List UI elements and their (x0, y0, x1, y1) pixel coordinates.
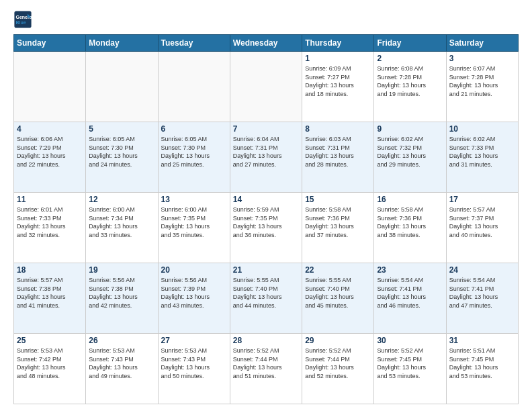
day-info: Sunrise: 5:58 AM Sunset: 7:36 PM Dayligh… (377, 205, 443, 239)
day-info: Sunrise: 6:00 AM Sunset: 7:34 PM Dayligh… (89, 205, 154, 239)
day-number: 7 (233, 124, 299, 134)
logo-icon: General Blue (13, 10, 32, 29)
day-info: Sunrise: 5:53 AM Sunset: 7:43 PM Dayligh… (89, 347, 154, 380)
day-info: Sunrise: 5:57 AM Sunset: 7:38 PM Dayligh… (17, 276, 83, 310)
calendar-cell (86, 52, 158, 122)
day-number: 26 (89, 336, 154, 345)
day-number: 19 (89, 265, 154, 275)
calendar-cell: 19Sunrise: 5:56 AM Sunset: 7:38 PM Dayli… (86, 263, 158, 334)
day-info: Sunrise: 6:02 AM Sunset: 7:33 PM Dayligh… (449, 135, 515, 169)
day-number: 4 (17, 124, 83, 134)
calendar-cell: 31Sunrise: 5:51 AM Sunset: 7:45 PM Dayli… (446, 334, 518, 404)
day-info: Sunrise: 5:57 AM Sunset: 7:37 PM Dayligh… (449, 205, 515, 239)
calendar-cell: 23Sunrise: 5:54 AM Sunset: 7:41 PM Dayli… (374, 263, 446, 334)
day-number: 10 (449, 124, 515, 134)
calendar-cell: 20Sunrise: 5:56 AM Sunset: 7:39 PM Dayli… (158, 263, 230, 334)
day-info: Sunrise: 5:56 AM Sunset: 7:39 PM Dayligh… (161, 276, 227, 310)
logo: General Blue (13, 10, 35, 29)
day-number: 13 (161, 195, 227, 204)
calendar-cell: 16Sunrise: 5:58 AM Sunset: 7:36 PM Dayli… (374, 193, 446, 263)
calendar-cell: 18Sunrise: 5:57 AM Sunset: 7:38 PM Dayli… (14, 263, 86, 334)
calendar-cell: 17Sunrise: 5:57 AM Sunset: 7:37 PM Dayli… (446, 193, 518, 263)
day-number: 24 (449, 265, 515, 275)
weekday-header-friday: Friday (374, 35, 446, 52)
day-number: 23 (377, 265, 443, 275)
page: General Blue SundayMondayTuesdayWednesda… (0, 0, 532, 411)
day-number: 21 (233, 265, 299, 275)
day-info: Sunrise: 6:05 AM Sunset: 7:30 PM Dayligh… (89, 135, 154, 169)
calendar-cell: 12Sunrise: 6:00 AM Sunset: 7:34 PM Dayli… (86, 193, 158, 263)
calendar-cell: 27Sunrise: 5:53 AM Sunset: 7:43 PM Dayli… (158, 334, 230, 404)
calendar-cell: 29Sunrise: 5:52 AM Sunset: 7:44 PM Dayli… (302, 334, 374, 404)
day-number: 15 (305, 195, 371, 204)
calendar-cell: 7Sunrise: 6:04 AM Sunset: 7:31 PM Daylig… (230, 122, 302, 193)
weekday-header-sunday: Sunday (14, 35, 86, 52)
day-number: 27 (161, 336, 227, 345)
day-number: 31 (449, 336, 515, 345)
day-number: 6 (161, 124, 227, 134)
day-info: Sunrise: 6:00 AM Sunset: 7:35 PM Dayligh… (161, 205, 227, 239)
calendar-cell: 30Sunrise: 5:52 AM Sunset: 7:45 PM Dayli… (374, 334, 446, 404)
weekday-header-saturday: Saturday (446, 35, 518, 52)
day-number: 20 (161, 265, 227, 275)
day-info: Sunrise: 5:52 AM Sunset: 7:44 PM Dayligh… (305, 347, 371, 380)
day-number: 8 (305, 124, 371, 134)
weekday-header-monday: Monday (86, 35, 158, 52)
day-info: Sunrise: 5:52 AM Sunset: 7:45 PM Dayligh… (377, 347, 443, 380)
day-info: Sunrise: 5:54 AM Sunset: 7:41 PM Dayligh… (377, 276, 443, 310)
calendar-cell: 4Sunrise: 6:06 AM Sunset: 7:29 PM Daylig… (14, 122, 86, 193)
day-info: Sunrise: 6:04 AM Sunset: 7:31 PM Dayligh… (233, 135, 299, 169)
weekday-header-tuesday: Tuesday (158, 35, 230, 52)
day-info: Sunrise: 5:58 AM Sunset: 7:36 PM Dayligh… (305, 205, 371, 239)
calendar-cell: 8Sunrise: 6:03 AM Sunset: 7:31 PM Daylig… (302, 122, 374, 193)
calendar-cell: 15Sunrise: 5:58 AM Sunset: 7:36 PM Dayli… (302, 193, 374, 263)
calendar-cell: 13Sunrise: 6:00 AM Sunset: 7:35 PM Dayli… (158, 193, 230, 263)
day-info: Sunrise: 6:02 AM Sunset: 7:32 PM Dayligh… (377, 135, 443, 169)
day-info: Sunrise: 5:55 AM Sunset: 7:40 PM Dayligh… (305, 276, 371, 310)
day-info: Sunrise: 5:53 AM Sunset: 7:42 PM Dayligh… (17, 347, 83, 380)
day-number: 30 (377, 336, 443, 345)
calendar-cell: 3Sunrise: 6:07 AM Sunset: 7:28 PM Daylig… (446, 52, 518, 122)
day-info: Sunrise: 6:03 AM Sunset: 7:31 PM Dayligh… (305, 135, 371, 169)
day-info: Sunrise: 5:59 AM Sunset: 7:35 PM Dayligh… (233, 205, 299, 239)
calendar-table: SundayMondayTuesdayWednesdayThursdayFrid… (13, 34, 519, 404)
day-number: 18 (17, 265, 83, 275)
day-number: 5 (89, 124, 154, 134)
day-number: 2 (377, 54, 443, 63)
calendar-cell: 22Sunrise: 5:55 AM Sunset: 7:40 PM Dayli… (302, 263, 374, 334)
header: General Blue (13, 10, 519, 29)
day-info: Sunrise: 5:54 AM Sunset: 7:41 PM Dayligh… (449, 276, 515, 310)
day-number: 29 (305, 336, 371, 345)
calendar-cell: 11Sunrise: 6:01 AM Sunset: 7:33 PM Dayli… (14, 193, 86, 263)
svg-text:Blue: Blue (16, 20, 26, 25)
day-info: Sunrise: 5:52 AM Sunset: 7:44 PM Dayligh… (233, 347, 299, 380)
svg-rect-0 (14, 11, 31, 28)
calendar-cell: 26Sunrise: 5:53 AM Sunset: 7:43 PM Dayli… (86, 334, 158, 404)
day-number: 12 (89, 195, 154, 204)
calendar-cell (230, 52, 302, 122)
weekday-header-thursday: Thursday (302, 35, 374, 52)
calendar-cell: 1Sunrise: 6:09 AM Sunset: 7:27 PM Daylig… (302, 52, 374, 122)
calendar-cell: 25Sunrise: 5:53 AM Sunset: 7:42 PM Dayli… (14, 334, 86, 404)
day-info: Sunrise: 5:53 AM Sunset: 7:43 PM Dayligh… (161, 347, 227, 380)
day-number: 25 (17, 336, 83, 345)
calendar-cell: 24Sunrise: 5:54 AM Sunset: 7:41 PM Dayli… (446, 263, 518, 334)
day-info: Sunrise: 5:51 AM Sunset: 7:45 PM Dayligh… (449, 347, 515, 380)
day-info: Sunrise: 6:09 AM Sunset: 7:27 PM Dayligh… (305, 64, 371, 98)
day-info: Sunrise: 6:07 AM Sunset: 7:28 PM Dayligh… (449, 64, 515, 98)
day-number: 3 (449, 54, 515, 63)
calendar-cell: 21Sunrise: 5:55 AM Sunset: 7:40 PM Dayli… (230, 263, 302, 334)
calendar-cell (14, 52, 86, 122)
day-info: Sunrise: 6:01 AM Sunset: 7:33 PM Dayligh… (17, 205, 83, 239)
calendar-cell: 28Sunrise: 5:52 AM Sunset: 7:44 PM Dayli… (230, 334, 302, 404)
day-number: 9 (377, 124, 443, 134)
day-number: 11 (17, 195, 83, 204)
day-info: Sunrise: 5:55 AM Sunset: 7:40 PM Dayligh… (233, 276, 299, 310)
day-number: 28 (233, 336, 299, 345)
day-number: 1 (305, 54, 371, 63)
day-number: 22 (305, 265, 371, 275)
calendar-cell: 10Sunrise: 6:02 AM Sunset: 7:33 PM Dayli… (446, 122, 518, 193)
day-info: Sunrise: 6:05 AM Sunset: 7:30 PM Dayligh… (161, 135, 227, 169)
day-number: 14 (233, 195, 299, 204)
day-number: 16 (377, 195, 443, 204)
